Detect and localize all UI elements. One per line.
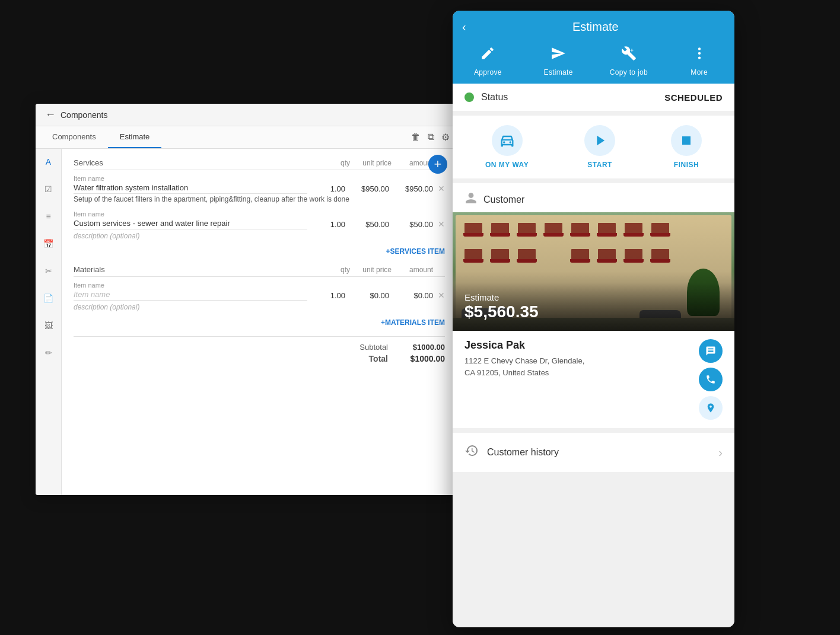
material-item-1-name[interactable]: Item name: [74, 290, 307, 301]
finish-button[interactable]: FINISH: [671, 125, 702, 169]
service-item-2-name-label: Item name: [74, 210, 445, 218]
service-item-2-desc-placeholder: description (optional): [74, 232, 445, 240]
delete-icon[interactable]: 🗑: [411, 132, 421, 143]
svg-point-1: [698, 47, 700, 50]
start-label: START: [587, 161, 612, 169]
add-services-item-button[interactable]: +SERVICES ITEM: [74, 247, 445, 256]
mat-qty-col-header: qty: [314, 266, 350, 274]
service-item-1-row: Water filtration system installation 1.0…: [74, 183, 445, 194]
subtotal-label: Subtotal: [341, 343, 388, 352]
mobile-header: ‹ Estimate Approve Estimate: [453, 11, 734, 84]
material-item-1-desc-placeholder: description (optional): [74, 303, 445, 311]
subtotal-value: $1000.00: [397, 343, 445, 352]
svg-point-2: [698, 52, 700, 55]
tab-estimate[interactable]: Estimate: [108, 126, 162, 148]
forms-back-button[interactable]: ←: [45, 109, 56, 121]
customer-contact-buttons: [699, 339, 723, 420]
mobile-header-top: ‹ Estimate: [453, 20, 734, 41]
svg-text:+: +: [630, 47, 634, 53]
customer-header: Customer: [453, 183, 734, 212]
sidebar-text-icon[interactable]: A: [40, 154, 57, 170]
status-dot: [464, 92, 474, 102]
service-item-2-amount: $50.00: [392, 220, 433, 229]
phone-button[interactable]: [699, 368, 723, 391]
service-item-1-name[interactable]: Water filtration system installation: [74, 183, 307, 194]
finish-icon: [671, 125, 702, 156]
service-item-1-qty: 1.00: [310, 184, 345, 193]
on-my-way-label: ON MY WAY: [485, 161, 529, 169]
more-label: More: [691, 68, 708, 76]
unit-price-col-header: unit price: [350, 159, 392, 167]
action-buttons-row: ON MY WAY START FINISH: [453, 116, 734, 178]
service-item-2-price: $50.00: [348, 220, 389, 229]
chat-button[interactable]: [699, 339, 723, 363]
mobile-panel: ‹ Estimate Approve Estimate: [453, 11, 734, 627]
materials-title: Materials: [74, 265, 314, 274]
status-value: SCHEDULED: [664, 92, 723, 103]
services-title: Services: [74, 158, 314, 167]
sidebar-pen-icon[interactable]: ✏: [40, 344, 57, 361]
estimate-banner: Estimate $5,560.35: [453, 212, 734, 331]
totals-section: Subtotal $1000.00 Total $1000.00: [74, 336, 445, 363]
mobile-title: Estimate: [466, 20, 725, 34]
forms-title: Components: [61, 110, 107, 120]
materials-section-header: Materials qty unit price amount: [74, 265, 445, 277]
estimate-overlay-amount: $5,560.35: [464, 302, 723, 321]
sidebar-doc-icon[interactable]: 📄: [40, 290, 57, 307]
customer-address: 1122 E Chevy Chase Dr, Glendale,CA 91205…: [464, 355, 694, 378]
sidebar-tool-icon[interactable]: ✂: [40, 263, 57, 279]
location-button[interactable]: [699, 396, 723, 420]
copy-to-job-icon: +: [621, 46, 637, 65]
status-label: Status: [481, 92, 664, 103]
on-my-way-button[interactable]: ON MY WAY: [485, 125, 529, 169]
approve-action[interactable]: Approve: [464, 46, 511, 76]
sidebar-list-icon[interactable]: ≡: [40, 208, 57, 225]
customer-history-row[interactable]: Customer history ›: [453, 433, 734, 472]
approve-icon: [480, 46, 495, 65]
add-materials-item-button[interactable]: +MATERIALS ITEM: [74, 318, 445, 327]
material-item-1-amount: $0.00: [392, 291, 433, 300]
service-item-1-remove[interactable]: ✕: [438, 184, 445, 193]
service-item-2-remove[interactable]: ✕: [438, 219, 445, 229]
sidebar-calendar-icon[interactable]: 📅: [40, 235, 57, 252]
service-item-1-desc: Setup of the faucet filters in the apart…: [74, 195, 445, 203]
service-item-1: Item name Water filtration system instal…: [74, 175, 445, 203]
history-chevron-icon: ›: [718, 446, 723, 460]
sidebar-checkbox-icon[interactable]: ☑: [40, 181, 57, 197]
settings-icon[interactable]: ⚙: [441, 132, 450, 143]
total-value: $1000.00: [397, 354, 445, 363]
customer-title: Customer: [483, 194, 524, 205]
services-section-header: Services qty unit price amount: [74, 158, 445, 170]
qty-col-header: qty: [314, 159, 350, 167]
customer-name: Jessica Pak: [464, 339, 694, 352]
sidebar-image-icon[interactable]: 🖼: [40, 317, 57, 334]
copy-icon[interactable]: ⧉: [428, 132, 434, 143]
forms-sidebar: A ☑ ≡ 📅 ✂ 📄 🖼 ✏: [36, 149, 62, 495]
material-item-1-name-label: Item name: [74, 282, 445, 289]
estimate-label: Estimate: [544, 68, 573, 76]
estimate-action[interactable]: Estimate: [534, 46, 582, 76]
start-button[interactable]: START: [584, 125, 615, 169]
svg-point-4: [503, 141, 505, 143]
add-component-button[interactable]: +: [428, 155, 447, 174]
mat-amount-col-header: amount: [392, 266, 433, 274]
service-item-2-qty: 1.00: [310, 220, 345, 229]
tab-actions: 🗑 ⧉ ⚙: [411, 132, 452, 143]
svg-point-3: [698, 56, 700, 59]
estimate-overlay: Estimate $5,560.35: [453, 283, 734, 331]
forms-content: + Services qty unit price amount Item na…: [62, 149, 457, 495]
forms-tabs: Components Estimate 🗑 ⧉ ⚙: [36, 126, 457, 149]
more-action[interactable]: More: [676, 46, 723, 76]
more-icon: [692, 46, 707, 65]
forms-panel: ← Components Components Estimate 🗑 ⧉ ⚙ A…: [36, 104, 457, 495]
total-label: Total: [341, 354, 388, 363]
material-item-1-remove[interactable]: ✕: [438, 291, 445, 300]
mobile-back-button[interactable]: ‹: [462, 20, 466, 34]
status-row: Status SCHEDULED: [453, 84, 734, 111]
tab-components[interactable]: Components: [40, 126, 108, 148]
copy-to-job-action[interactable]: + Copy to job: [605, 46, 653, 76]
material-item-1: Item name Item name 1.00 $0.00 $0.00 ✕ d…: [74, 282, 445, 311]
material-item-1-qty: 1.00: [310, 291, 345, 300]
service-item-2-name[interactable]: Custom services - sewer and water line r…: [74, 219, 307, 229]
subtotal-row: Subtotal $1000.00: [74, 343, 445, 352]
